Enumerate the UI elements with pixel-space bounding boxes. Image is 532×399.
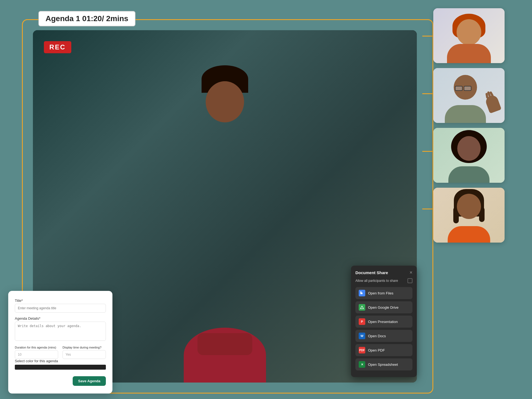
participant-card-2 bbox=[433, 68, 505, 123]
open-presentation-button[interactable]: P Open Presentation bbox=[355, 316, 412, 328]
open-pdf-button[interactable]: PDF Open PDF bbox=[355, 344, 412, 356]
participant-2-video bbox=[433, 68, 505, 123]
connector-line-2 bbox=[422, 93, 433, 94]
svg-rect-1 bbox=[361, 291, 363, 293]
open-files-button[interactable]: Open from Files bbox=[355, 287, 412, 299]
main-head bbox=[206, 81, 244, 122]
form-row-duration: Duration for this agenda (mins) Display … bbox=[15, 346, 106, 359]
color-field: Select color for this agenda bbox=[15, 359, 106, 370]
duration-field: Duration for this agenda (mins) bbox=[15, 346, 58, 359]
svg-marker-2 bbox=[360, 306, 364, 309]
open-docs-button[interactable]: W Open Docs bbox=[355, 330, 412, 342]
open-pdf-label: Open PDF bbox=[368, 348, 385, 352]
duration-input[interactable] bbox=[15, 350, 58, 359]
display-time-field: Display time during meeting? bbox=[63, 346, 106, 359]
open-spreadsheet-button[interactable]: ✕ Open Spreadsheet bbox=[355, 358, 412, 370]
left-section: Agenda 1 01:20/ 2mins REC bbox=[16, 11, 428, 399]
files-icon bbox=[359, 290, 365, 296]
docs-icon: W bbox=[359, 333, 365, 339]
participant-card-3 bbox=[433, 128, 505, 183]
drive-icon bbox=[359, 304, 365, 311]
main-person bbox=[90, 65, 359, 383]
close-icon[interactable]: × bbox=[409, 270, 412, 275]
pdf-icon: PDF bbox=[359, 347, 365, 353]
participant-3-video bbox=[433, 128, 505, 183]
popup-title: Document Share bbox=[355, 270, 388, 275]
allow-toggle[interactable] bbox=[408, 278, 412, 283]
details-label: Agenda Details* bbox=[15, 316, 106, 321]
allow-participants-row: Allow all participants to share bbox=[355, 278, 412, 283]
color-label: Select color for this agenda bbox=[15, 359, 106, 363]
connector-line-3 bbox=[422, 151, 433, 152]
color-swatch[interactable] bbox=[15, 365, 106, 370]
allow-label: Allow all participants to share bbox=[355, 279, 398, 283]
title-field: Title* bbox=[15, 299, 106, 313]
presentation-icon: P bbox=[359, 318, 365, 325]
display-time-label: Display time during meeting? bbox=[63, 346, 106, 349]
agenda-form-card: Title* Agenda Details* Duration for this… bbox=[8, 291, 112, 394]
details-field: Agenda Details* bbox=[15, 316, 106, 342]
agenda-timer-text: Agenda 1 01:20/ 2mins bbox=[46, 14, 128, 23]
participant-1-video bbox=[433, 8, 505, 63]
rec-badge: REC bbox=[44, 41, 71, 53]
title-label: Title* bbox=[15, 299, 106, 303]
agenda-timer-badge: Agenda 1 01:20/ 2mins bbox=[38, 11, 135, 26]
details-textarea[interactable] bbox=[15, 322, 106, 341]
save-agenda-button[interactable]: Save Agenda bbox=[73, 376, 106, 386]
display-time-input[interactable] bbox=[63, 350, 106, 359]
open-docs-label: Open Docs bbox=[368, 334, 386, 338]
participant-card-1 bbox=[433, 8, 505, 63]
main-arms bbox=[197, 333, 252, 355]
connector-line-1 bbox=[422, 36, 433, 36]
participant-4-video bbox=[433, 188, 505, 243]
open-spreadsheet-label: Open Spreadsheet bbox=[368, 363, 398, 367]
participant-card-4 bbox=[433, 188, 505, 243]
participants-section bbox=[433, 8, 516, 399]
full-layout: Agenda 1 01:20/ 2mins REC bbox=[0, 0, 532, 399]
open-drive-button[interactable]: Open Google Drive bbox=[355, 301, 412, 313]
document-share-popup: Document Share × Allow all participants … bbox=[351, 266, 417, 377]
title-input[interactable] bbox=[15, 304, 106, 313]
open-files-label: Open from Files bbox=[368, 291, 393, 295]
duration-label: Duration for this agenda (mins) bbox=[15, 346, 58, 349]
open-presentation-label: Open Presentation bbox=[368, 320, 398, 324]
spreadsheet-icon: ✕ bbox=[359, 361, 365, 368]
popup-header: Document Share × bbox=[355, 270, 412, 275]
form-actions: Save Agenda bbox=[15, 373, 106, 386]
open-drive-label: Open Google Drive bbox=[368, 305, 398, 310]
